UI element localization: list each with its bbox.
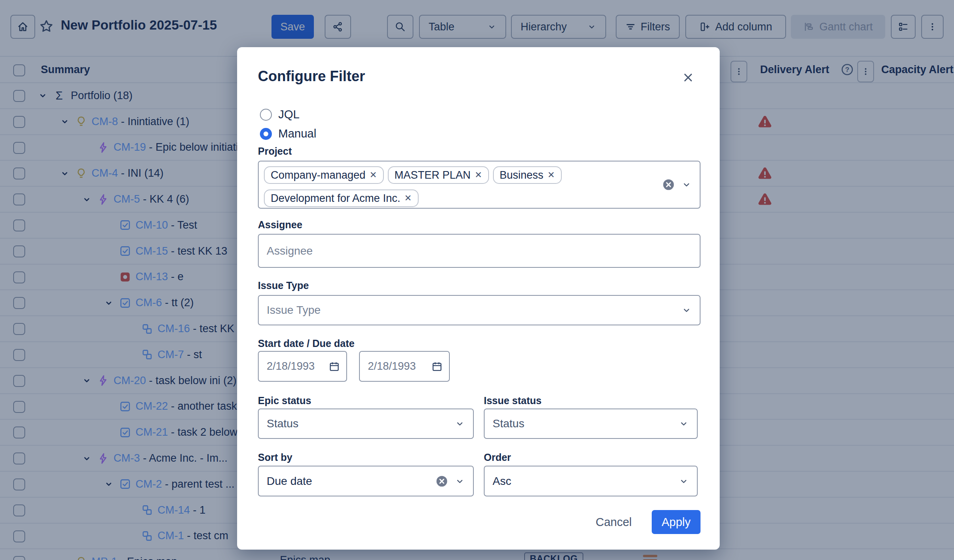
order-value: Asc (493, 475, 511, 488)
sort-by-value: Due date (267, 475, 312, 488)
order-select[interactable]: Asc (484, 466, 698, 496)
project-tag[interactable]: Development for Acme Inc.✕ (264, 189, 419, 207)
project-tag[interactable]: MASTER PLAN✕ (388, 166, 489, 184)
dates-label: Start date / Due date (258, 338, 355, 349)
remove-tag-icon[interactable]: ✕ (369, 171, 377, 179)
remove-tag-icon[interactable]: ✕ (547, 171, 555, 179)
remove-tag-icon[interactable]: ✕ (475, 171, 482, 179)
close-icon[interactable] (680, 70, 696, 86)
project-tag[interactable]: Business✕ (493, 166, 562, 184)
cancel-button[interactable]: Cancel (593, 515, 634, 529)
remove-tag-icon[interactable]: ✕ (404, 194, 411, 203)
apply-button[interactable]: Apply (652, 510, 701, 534)
modal-footer: Cancel Apply (593, 510, 701, 534)
calendar-icon[interactable] (431, 361, 443, 372)
chevron-down-icon (679, 419, 689, 429)
manual-radio-option[interactable]: Manual (260, 127, 316, 140)
issue-type-select[interactable]: Issue Type (258, 295, 701, 325)
project-tag-list: Company-managed✕MASTER PLAN✕Business✕Dev… (259, 161, 700, 212)
epic-status-placeholder: Status (267, 417, 298, 430)
chevron-down-icon[interactable] (681, 179, 692, 190)
chevron-down-icon (455, 419, 465, 429)
start-date-value: 2/18/1993 (267, 360, 315, 373)
project-multiselect[interactable]: Company-managed✕MASTER PLAN✕Business✕Dev… (258, 161, 701, 209)
assignee-label: Assignee (258, 219, 302, 231)
project-label: Project (258, 145, 292, 157)
issue-status-select[interactable]: Status (484, 409, 698, 439)
order-label: Order (484, 452, 511, 463)
radio-unselected-icon (260, 109, 272, 121)
issue-status-placeholder: Status (493, 417, 524, 430)
jql-radio-label: JQL (278, 108, 299, 121)
project-tag-label: MASTER PLAN (395, 169, 471, 181)
project-tag-label: Company-managed (271, 169, 365, 181)
issue-status-label: Issue status (484, 395, 542, 407)
assignee-placeholder: Assignee (267, 245, 313, 257)
chevron-down-icon (455, 476, 465, 486)
project-tag-label: Development for Acme Inc. (271, 192, 400, 205)
sort-by-label: Sort by (258, 452, 292, 463)
sort-by-select[interactable]: Due date (258, 466, 474, 496)
clear-icon[interactable] (435, 475, 448, 488)
due-date-input[interactable]: 2/18/1993 (359, 351, 450, 382)
manual-radio-label: Manual (278, 127, 316, 140)
radio-selected-icon (260, 128, 272, 140)
chevron-down-icon (679, 476, 689, 486)
jql-radio-option[interactable]: JQL (260, 108, 299, 121)
issue-type-placeholder: Issue Type (267, 304, 321, 317)
issue-type-label: Issue Type (258, 280, 309, 291)
project-tag-label: Business (500, 169, 544, 181)
calendar-icon[interactable] (329, 361, 340, 372)
start-date-input[interactable]: 2/18/1993 (258, 351, 347, 382)
project-tag[interactable]: Company-managed✕ (264, 166, 384, 184)
due-date-value: 2/18/1993 (368, 360, 416, 373)
epic-status-select[interactable]: Status (258, 409, 474, 439)
configure-filter-modal: Configure Filter JQL Manual Project Comp… (237, 47, 720, 550)
epic-status-label: Epic status (258, 395, 311, 407)
modal-title: Configure Filter (258, 68, 365, 85)
clear-all-icon[interactable] (662, 178, 675, 191)
chevron-down-icon (681, 305, 692, 315)
assignee-field[interactable]: Assignee (258, 234, 701, 268)
